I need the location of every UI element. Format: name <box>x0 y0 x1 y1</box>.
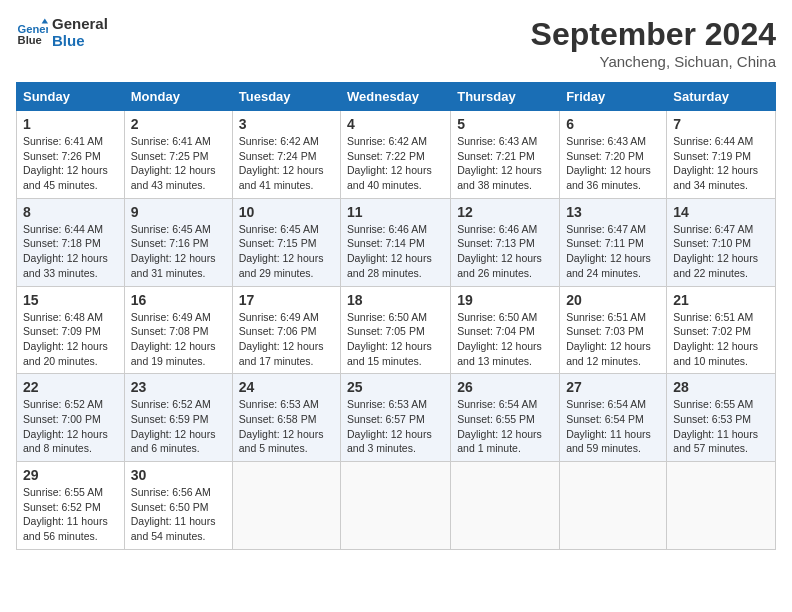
col-tuesday: Tuesday <box>232 83 340 111</box>
table-row: 30Sunrise: 6:56 AMSunset: 6:50 PMDayligh… <box>124 462 232 550</box>
day-detail: Sunrise: 6:55 AMSunset: 6:53 PMDaylight:… <box>673 397 769 456</box>
day-number: 18 <box>347 292 444 308</box>
table-row: 11Sunrise: 6:46 AMSunset: 7:14 PMDayligh… <box>341 198 451 286</box>
day-detail: Sunrise: 6:52 AMSunset: 7:00 PMDaylight:… <box>23 397 118 456</box>
day-number: 6 <box>566 116 660 132</box>
day-detail: Sunrise: 6:49 AMSunset: 7:06 PMDaylight:… <box>239 310 334 369</box>
table-row <box>341 462 451 550</box>
col-wednesday: Wednesday <box>341 83 451 111</box>
table-row: 26Sunrise: 6:54 AMSunset: 6:55 PMDayligh… <box>451 374 560 462</box>
logo: General Blue General Blue <box>16 16 108 49</box>
day-detail: Sunrise: 6:54 AMSunset: 6:55 PMDaylight:… <box>457 397 553 456</box>
day-number: 11 <box>347 204 444 220</box>
table-row: 15Sunrise: 6:48 AMSunset: 7:09 PMDayligh… <box>17 286 125 374</box>
day-number: 5 <box>457 116 553 132</box>
day-detail: Sunrise: 6:46 AMSunset: 7:14 PMDaylight:… <box>347 222 444 281</box>
day-number: 28 <box>673 379 769 395</box>
table-row: 5Sunrise: 6:43 AMSunset: 7:21 PMDaylight… <box>451 111 560 199</box>
calendar-week-row: 15Sunrise: 6:48 AMSunset: 7:09 PMDayligh… <box>17 286 776 374</box>
day-number: 16 <box>131 292 226 308</box>
col-thursday: Thursday <box>451 83 560 111</box>
day-number: 7 <box>673 116 769 132</box>
table-row: 12Sunrise: 6:46 AMSunset: 7:13 PMDayligh… <box>451 198 560 286</box>
table-row: 1Sunrise: 6:41 AMSunset: 7:26 PMDaylight… <box>17 111 125 199</box>
day-number: 1 <box>23 116 118 132</box>
table-row: 25Sunrise: 6:53 AMSunset: 6:57 PMDayligh… <box>341 374 451 462</box>
day-detail: Sunrise: 6:44 AMSunset: 7:18 PMDaylight:… <box>23 222 118 281</box>
location-subtitle: Yancheng, Sichuan, China <box>531 53 776 70</box>
page-header: General Blue General Blue September 2024… <box>16 16 776 70</box>
table-row <box>232 462 340 550</box>
table-row: 22Sunrise: 6:52 AMSunset: 7:00 PMDayligh… <box>17 374 125 462</box>
day-number: 17 <box>239 292 334 308</box>
table-row: 23Sunrise: 6:52 AMSunset: 6:59 PMDayligh… <box>124 374 232 462</box>
day-number: 25 <box>347 379 444 395</box>
calendar-week-row: 1Sunrise: 6:41 AMSunset: 7:26 PMDaylight… <box>17 111 776 199</box>
logo-line1: General <box>52 16 108 33</box>
day-number: 26 <box>457 379 553 395</box>
day-number: 27 <box>566 379 660 395</box>
day-detail: Sunrise: 6:56 AMSunset: 6:50 PMDaylight:… <box>131 485 226 544</box>
table-row: 27Sunrise: 6:54 AMSunset: 6:54 PMDayligh… <box>560 374 667 462</box>
day-number: 22 <box>23 379 118 395</box>
day-number: 14 <box>673 204 769 220</box>
table-row: 20Sunrise: 6:51 AMSunset: 7:03 PMDayligh… <box>560 286 667 374</box>
title-block: September 2024 Yancheng, Sichuan, China <box>531 16 776 70</box>
day-detail: Sunrise: 6:50 AMSunset: 7:05 PMDaylight:… <box>347 310 444 369</box>
col-friday: Friday <box>560 83 667 111</box>
day-detail: Sunrise: 6:41 AMSunset: 7:25 PMDaylight:… <box>131 134 226 193</box>
day-number: 13 <box>566 204 660 220</box>
calendar-table: Sunday Monday Tuesday Wednesday Thursday… <box>16 82 776 550</box>
day-detail: Sunrise: 6:42 AMSunset: 7:22 PMDaylight:… <box>347 134 444 193</box>
table-row: 14Sunrise: 6:47 AMSunset: 7:10 PMDayligh… <box>667 198 776 286</box>
table-row: 13Sunrise: 6:47 AMSunset: 7:11 PMDayligh… <box>560 198 667 286</box>
day-detail: Sunrise: 6:46 AMSunset: 7:13 PMDaylight:… <box>457 222 553 281</box>
svg-text:Blue: Blue <box>18 34 42 46</box>
day-detail: Sunrise: 6:54 AMSunset: 6:54 PMDaylight:… <box>566 397 660 456</box>
day-detail: Sunrise: 6:51 AMSunset: 7:02 PMDaylight:… <box>673 310 769 369</box>
day-detail: Sunrise: 6:41 AMSunset: 7:26 PMDaylight:… <box>23 134 118 193</box>
table-row: 28Sunrise: 6:55 AMSunset: 6:53 PMDayligh… <box>667 374 776 462</box>
table-row: 3Sunrise: 6:42 AMSunset: 7:24 PMDaylight… <box>232 111 340 199</box>
day-detail: Sunrise: 6:43 AMSunset: 7:21 PMDaylight:… <box>457 134 553 193</box>
day-number: 29 <box>23 467 118 483</box>
calendar-header-row: Sunday Monday Tuesday Wednesday Thursday… <box>17 83 776 111</box>
col-saturday: Saturday <box>667 83 776 111</box>
month-title: September 2024 <box>531 16 776 53</box>
day-detail: Sunrise: 6:44 AMSunset: 7:19 PMDaylight:… <box>673 134 769 193</box>
calendar-week-row: 29Sunrise: 6:55 AMSunset: 6:52 PMDayligh… <box>17 462 776 550</box>
table-row: 9Sunrise: 6:45 AMSunset: 7:16 PMDaylight… <box>124 198 232 286</box>
table-row: 21Sunrise: 6:51 AMSunset: 7:02 PMDayligh… <box>667 286 776 374</box>
table-row <box>667 462 776 550</box>
day-detail: Sunrise: 6:42 AMSunset: 7:24 PMDaylight:… <box>239 134 334 193</box>
day-detail: Sunrise: 6:45 AMSunset: 7:16 PMDaylight:… <box>131 222 226 281</box>
logo-line2: Blue <box>52 33 108 50</box>
svg-text:General: General <box>18 23 48 35</box>
day-number: 3 <box>239 116 334 132</box>
table-row: 4Sunrise: 6:42 AMSunset: 7:22 PMDaylight… <box>341 111 451 199</box>
table-row: 16Sunrise: 6:49 AMSunset: 7:08 PMDayligh… <box>124 286 232 374</box>
day-number: 30 <box>131 467 226 483</box>
table-row: 10Sunrise: 6:45 AMSunset: 7:15 PMDayligh… <box>232 198 340 286</box>
day-number: 24 <box>239 379 334 395</box>
table-row <box>451 462 560 550</box>
logo-icon: General Blue <box>16 17 48 49</box>
day-detail: Sunrise: 6:43 AMSunset: 7:20 PMDaylight:… <box>566 134 660 193</box>
day-number: 15 <box>23 292 118 308</box>
day-number: 23 <box>131 379 226 395</box>
day-detail: Sunrise: 6:55 AMSunset: 6:52 PMDaylight:… <box>23 485 118 544</box>
day-detail: Sunrise: 6:53 AMSunset: 6:58 PMDaylight:… <box>239 397 334 456</box>
table-row: 17Sunrise: 6:49 AMSunset: 7:06 PMDayligh… <box>232 286 340 374</box>
day-number: 9 <box>131 204 226 220</box>
table-row: 7Sunrise: 6:44 AMSunset: 7:19 PMDaylight… <box>667 111 776 199</box>
table-row: 8Sunrise: 6:44 AMSunset: 7:18 PMDaylight… <box>17 198 125 286</box>
day-detail: Sunrise: 6:52 AMSunset: 6:59 PMDaylight:… <box>131 397 226 456</box>
day-number: 21 <box>673 292 769 308</box>
day-number: 12 <box>457 204 553 220</box>
day-number: 19 <box>457 292 553 308</box>
calendar-week-row: 8Sunrise: 6:44 AMSunset: 7:18 PMDaylight… <box>17 198 776 286</box>
day-detail: Sunrise: 6:47 AMSunset: 7:10 PMDaylight:… <box>673 222 769 281</box>
table-row: 18Sunrise: 6:50 AMSunset: 7:05 PMDayligh… <box>341 286 451 374</box>
day-number: 2 <box>131 116 226 132</box>
day-number: 10 <box>239 204 334 220</box>
